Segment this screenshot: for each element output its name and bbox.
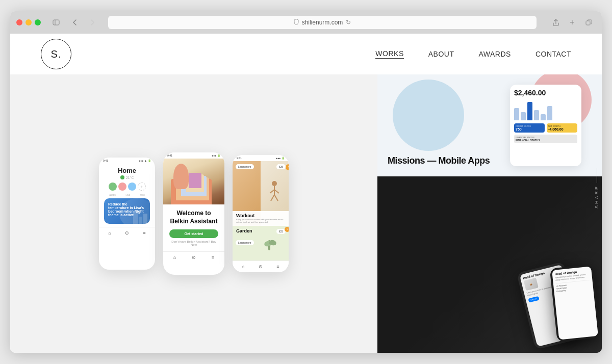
new-tab-button[interactable]: + bbox=[565, 15, 579, 30]
phone3-home-icon[interactable]: ⌂ bbox=[240, 263, 247, 270]
phone1-card: Reduce the temperature in Lisa's bedroom… bbox=[104, 198, 150, 224]
phone-home-mockup: 9:41 ●●● ▲ 🔋 Home 21°C bbox=[99, 158, 155, 270]
close-button[interactable] bbox=[16, 19, 22, 25]
phone2-search-icon[interactable]: ⊙ bbox=[190, 254, 197, 261]
phone3-menu-icon[interactable]: ≡ bbox=[274, 263, 282, 270]
browser-window: shilienurm.com ↻ + S. bbox=[10, 11, 602, 353]
missions-chart bbox=[514, 100, 577, 120]
left-section: 9:41 ●●● ▲ 🔋 Home 21°C bbox=[10, 74, 377, 353]
url-text: shilienurm.com bbox=[302, 19, 343, 26]
right-section: $2,460.00 CRED bbox=[377, 74, 602, 353]
phone1-search-icon[interactable]: ⊙ bbox=[123, 229, 131, 237]
phone2-title: Welcome to Belkin Assistant bbox=[169, 210, 218, 225]
phone1-avatars: + bbox=[104, 183, 150, 191]
svg-line-7 bbox=[271, 195, 274, 201]
phone-belkin-mockup: 9:41 ●●● 🔋 bbox=[163, 152, 224, 275]
security-icon bbox=[294, 19, 299, 27]
chart-bar-2 bbox=[521, 112, 526, 120]
phone2-navbar: ⌂ ⊙ ≡ bbox=[163, 251, 224, 263]
svg-line-5 bbox=[270, 190, 274, 193]
phone3-navbar: ⌂ ⊙ ≡ bbox=[233, 261, 289, 272]
browser-toolbar: shilienurm.com ↻ + bbox=[10, 11, 602, 34]
svg-line-8 bbox=[274, 195, 278, 201]
avatar-add[interactable]: + bbox=[138, 183, 146, 191]
phone2-home-icon[interactable]: ⌂ bbox=[171, 254, 178, 261]
missions-amount: $2,460.00 bbox=[514, 89, 577, 97]
avatar-2 bbox=[118, 183, 126, 191]
phone1-status-bar: 9:41 ●●● ▲ 🔋 bbox=[99, 158, 155, 164]
stat-credit-label: CREDIT SCORE bbox=[516, 125, 543, 127]
traffic-lights bbox=[16, 19, 41, 25]
phone1-menu-icon[interactable]: ≡ bbox=[141, 229, 148, 237]
avatar-1 bbox=[109, 183, 117, 191]
workout-title: Workout bbox=[236, 213, 285, 218]
svg-rect-0 bbox=[53, 20, 59, 25]
share-container: SHARE bbox=[592, 125, 602, 251]
dark-phone-front-screen: Head of Design Specializing in mobile an… bbox=[552, 266, 598, 340]
missions-stats: CREDIT SCORE 750 NET WORTH -4,060.00 bbox=[514, 123, 577, 133]
missions-title: Missions — Mobile Apps bbox=[388, 155, 490, 166]
workout-desc: Enjoy your workout routine with your fav… bbox=[236, 218, 285, 223]
stat-credit-score: CREDIT SCORE 750 bbox=[514, 123, 545, 133]
chart-bar-1 bbox=[514, 108, 519, 120]
phone1-temp: 21°C bbox=[104, 175, 150, 179]
stat-worth-label: NET WORTH bbox=[548, 125, 576, 127]
phone-workout-mockup: 9:41 ●●● 🔋 bbox=[233, 155, 289, 272]
nav-contact[interactable]: CONTACT bbox=[536, 50, 571, 58]
missions-phone-ui: $2,460.00 CRED bbox=[510, 85, 581, 166]
financial-status-box: FINANCIAL STATUS FINANCIAL STATUS bbox=[514, 135, 577, 143]
workout-section: Learn more €25 3 Workout Enjoy your work… bbox=[233, 161, 289, 226]
garden-section: Learn more €25 5 Garden bbox=[233, 226, 289, 261]
tabs-button[interactable] bbox=[581, 15, 596, 30]
share-button[interactable] bbox=[549, 15, 563, 30]
svg-point-3 bbox=[272, 181, 277, 186]
phone2-menu-icon[interactable]: ≡ bbox=[209, 254, 216, 261]
nav-links: WORKS ABOUT AWARDS CONTACT bbox=[375, 49, 571, 59]
maximize-button[interactable] bbox=[35, 19, 41, 25]
forward-button[interactable] bbox=[86, 15, 100, 30]
phone1-title: Home bbox=[104, 167, 150, 174]
website-content: S. WORKS ABOUT AWARDS CONTACT 9:41 bbox=[10, 34, 602, 353]
refresh-icon[interactable]: ↻ bbox=[346, 19, 351, 26]
missions-card[interactable]: $2,460.00 CRED bbox=[377, 74, 602, 176]
nav-about[interactable]: ABOUT bbox=[428, 50, 454, 58]
phone3-status-bar: 9:41 ●●● 🔋 bbox=[233, 155, 289, 161]
share-label[interactable]: SHARE bbox=[594, 185, 599, 209]
site-nav: S. WORKS ABOUT AWARDS CONTACT bbox=[10, 34, 602, 74]
phone2-body: Welcome to Belkin Assistant Get started … bbox=[163, 204, 224, 251]
phones-mockup: 9:41 ●●● ▲ 🔋 Home 21°C bbox=[99, 152, 289, 275]
phone1-body: Home 21°C + bbox=[99, 164, 155, 227]
svg-line-6 bbox=[274, 190, 279, 193]
sidebar-toggle-button[interactable] bbox=[49, 15, 63, 30]
chart-bar-4 bbox=[534, 110, 539, 120]
chart-bar-3 bbox=[527, 102, 532, 120]
phone2-link[interactable]: Don't have Belkin Assistant? Buy Now bbox=[169, 240, 218, 246]
stat-worth-value: -4,060.00 bbox=[548, 127, 576, 131]
stat-net-worth: NET WORTH -4,060.00 bbox=[547, 123, 577, 133]
stat-credit-value: 750 bbox=[516, 127, 543, 131]
chart-bar-6 bbox=[547, 106, 552, 120]
svg-rect-2 bbox=[586, 21, 590, 25]
phone3-search-icon[interactable]: ⊙ bbox=[257, 263, 264, 270]
avatar-3 bbox=[128, 183, 136, 191]
phone2-status-bar: 9:41 ●●● 🔋 bbox=[163, 152, 224, 159]
phone1-navbar: ⌂ ⊙ ≡ bbox=[99, 227, 155, 239]
minimize-button[interactable] bbox=[26, 19, 32, 25]
browser-toolbar-right: + bbox=[549, 15, 596, 30]
nav-awards[interactable]: AWARDS bbox=[478, 50, 511, 58]
address-bar[interactable]: shilienurm.com ↻ bbox=[108, 16, 537, 29]
phone1-home-icon[interactable]: ⌂ bbox=[106, 229, 113, 237]
share-line bbox=[597, 168, 597, 183]
workout-card-text: Workout Enjoy your workout routine with … bbox=[233, 211, 289, 225]
dark-phone-front: Head of Design Specializing in mobile an… bbox=[550, 264, 601, 342]
nav-works[interactable]: WORKS bbox=[375, 49, 403, 59]
site-logo[interactable]: S. bbox=[41, 39, 71, 69]
phone2-hero-image bbox=[163, 159, 224, 204]
phone2-get-started-btn[interactable]: Get started bbox=[169, 229, 218, 238]
dark-phone-card[interactable]: Head of Design 📦 Lorem ipsum dolor sit a… bbox=[377, 176, 602, 353]
bg-circle-blue bbox=[393, 80, 464, 151]
back-button[interactable] bbox=[67, 15, 82, 30]
main-content: 9:41 ●●● ▲ 🔋 Home 21°C bbox=[10, 74, 602, 353]
chart-bar-5 bbox=[541, 114, 546, 120]
